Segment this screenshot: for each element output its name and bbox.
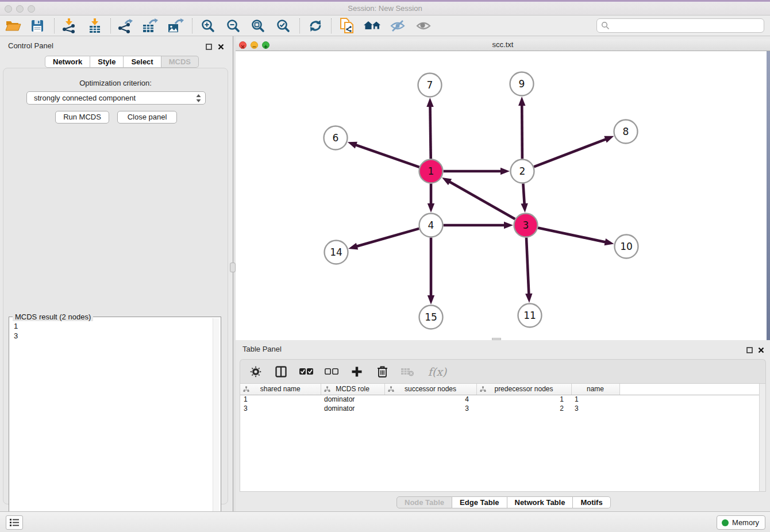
apply-function-button[interactable]: f(x) bbox=[424, 363, 451, 380]
close-window-icon[interactable] bbox=[5, 5, 12, 13]
splitter-handle[interactable] bbox=[230, 263, 236, 272]
save-session-button[interactable] bbox=[28, 17, 47, 34]
graph-node-6[interactable]: 6 bbox=[324, 126, 348, 150]
export-table-button[interactable] bbox=[140, 17, 160, 34]
column-header[interactable]: predecessor nodes bbox=[476, 384, 571, 395]
graph-edge-4-14[interactable] bbox=[348, 229, 419, 250]
tab-network[interactable]: Network bbox=[45, 56, 90, 68]
close-panel-icon[interactable] bbox=[218, 42, 224, 52]
table-cell[interactable]: 2 bbox=[476, 404, 571, 413]
graph-node-10[interactable]: 10 bbox=[615, 235, 638, 259]
import-network-button[interactable] bbox=[59, 17, 79, 34]
graph-node-11[interactable]: 11 bbox=[518, 304, 542, 327]
tab-network-table[interactable]: Network Table bbox=[507, 496, 573, 508]
export-network-button[interactable] bbox=[116, 17, 135, 34]
graph-edge-3-10[interactable] bbox=[538, 228, 614, 245]
graph-node-3[interactable]: 3 bbox=[514, 214, 538, 237]
memory-button[interactable]: Memory bbox=[717, 515, 765, 530]
run-mcds-button[interactable]: Run MCDS bbox=[55, 111, 109, 124]
deselect-all-rows-button[interactable] bbox=[323, 363, 340, 380]
graph-edge-2-3[interactable] bbox=[521, 183, 528, 213]
table-cell[interactable]: 1 bbox=[240, 395, 321, 404]
table-cell[interactable]: 1 bbox=[571, 395, 619, 404]
column-header[interactable]: successor nodes bbox=[384, 384, 476, 395]
show-all-button[interactable] bbox=[414, 17, 433, 34]
tab-mcds[interactable]: MCDS bbox=[161, 56, 199, 68]
gear-icon bbox=[249, 365, 262, 378]
delete-table-button[interactable] bbox=[399, 363, 416, 380]
zoom-fit-button[interactable] bbox=[248, 17, 268, 34]
table-cell[interactable]: 1 bbox=[476, 395, 571, 404]
clone-network-button[interactable] bbox=[337, 17, 357, 34]
delete-column-button[interactable] bbox=[374, 363, 391, 380]
graph-edge-4-3[interactable] bbox=[444, 222, 514, 229]
graph-node-4[interactable]: 4 bbox=[419, 214, 443, 237]
table-toolbar: f(x) bbox=[240, 359, 766, 383]
minimize-view-icon[interactable] bbox=[251, 41, 258, 49]
table-cell[interactable]: dominator bbox=[321, 395, 384, 404]
table-row[interactable]: 3dominator323 bbox=[240, 404, 766, 413]
table-cell[interactable]: 3 bbox=[571, 404, 619, 413]
search-box[interactable] bbox=[596, 18, 764, 33]
tab-motifs[interactable]: Motifs bbox=[573, 496, 610, 508]
float-table-panel-icon[interactable] bbox=[746, 345, 753, 356]
graph-edge-3-1[interactable] bbox=[442, 178, 515, 219]
network-window-titlebar[interactable]: scc.txt bbox=[236, 39, 770, 51]
zoom-selected-button[interactable] bbox=[274, 17, 293, 34]
table-row[interactable]: 1dominator411 bbox=[240, 395, 766, 404]
close-table-panel-icon[interactable] bbox=[758, 345, 764, 356]
graph-edge-2-9[interactable] bbox=[518, 97, 525, 159]
zoom-window-icon[interactable] bbox=[28, 5, 35, 13]
graph-node-7[interactable]: 7 bbox=[418, 74, 442, 97]
tab-edge-table[interactable]: Edge Table bbox=[452, 496, 507, 508]
minimize-window-icon[interactable] bbox=[16, 5, 24, 13]
table-cell[interactable]: 3 bbox=[384, 404, 476, 413]
tab-style[interactable]: Style bbox=[90, 56, 124, 68]
tab-select[interactable]: Select bbox=[124, 56, 161, 68]
criterion-dropdown[interactable]: strongly connected component bbox=[26, 91, 206, 105]
graph-node-14[interactable]: 14 bbox=[325, 241, 348, 264]
search-input[interactable] bbox=[610, 20, 764, 32]
show-log-button[interactable] bbox=[6, 515, 23, 530]
float-panel-icon[interactable] bbox=[206, 42, 212, 52]
apply-style-button[interactable] bbox=[306, 17, 325, 34]
column-header[interactable]: name bbox=[571, 384, 619, 395]
graph-edge-1-6[interactable] bbox=[348, 142, 419, 167]
table-cell[interactable]: 4 bbox=[384, 395, 476, 404]
table-settings-button[interactable] bbox=[247, 363, 264, 380]
graph-node-1[interactable]: 1 bbox=[419, 160, 443, 183]
hide-selected-button[interactable] bbox=[388, 17, 407, 34]
open-session-button[interactable] bbox=[3, 17, 23, 34]
graph-edge-1-4[interactable] bbox=[428, 184, 434, 213]
graph-edge-4-15[interactable] bbox=[428, 238, 434, 305]
add-column-button[interactable] bbox=[348, 363, 365, 380]
graph-node-9[interactable]: 9 bbox=[510, 72, 534, 96]
select-all-rows-button[interactable] bbox=[298, 363, 315, 380]
first-neighbors-button[interactable] bbox=[363, 17, 382, 34]
show-columns-button[interactable] bbox=[272, 363, 290, 380]
import-table-button[interactable] bbox=[85, 17, 105, 34]
tab-node-table[interactable]: Node Table bbox=[396, 496, 452, 508]
graph-node-15[interactable]: 15 bbox=[419, 306, 443, 329]
graph-edge-2-8[interactable] bbox=[534, 136, 614, 167]
close-view-icon[interactable] bbox=[239, 41, 247, 49]
close-panel-button[interactable]: Close panel bbox=[117, 111, 177, 124]
column-header[interactable]: MCDS role bbox=[321, 384, 384, 395]
network-canvas[interactable]: 1234678910111415 bbox=[236, 51, 767, 340]
export-image-button[interactable] bbox=[165, 17, 185, 34]
mcds-result-scrollbar[interactable] bbox=[213, 318, 220, 530]
mcds-result-list[interactable]: 13 bbox=[14, 321, 18, 341]
graph-node-8[interactable]: 8 bbox=[614, 120, 638, 144]
graph-node-2[interactable]: 2 bbox=[511, 160, 534, 183]
zoom-in-button[interactable] bbox=[198, 17, 218, 34]
control-panel-tabs: Network Style Select MCDS bbox=[45, 56, 199, 68]
table-scrollbar[interactable] bbox=[759, 384, 765, 492]
zoom-out-button[interactable] bbox=[224, 17, 243, 34]
graph-edge-1-7[interactable] bbox=[426, 98, 433, 159]
graph-edge-3-11[interactable] bbox=[525, 237, 532, 303]
zoom-view-icon[interactable] bbox=[262, 41, 270, 49]
graph-edge-1-2[interactable] bbox=[444, 168, 510, 175]
table-cell[interactable]: dominator bbox=[321, 404, 384, 413]
table-cell[interactable]: 3 bbox=[240, 404, 321, 413]
column-header[interactable]: shared name bbox=[240, 384, 321, 395]
